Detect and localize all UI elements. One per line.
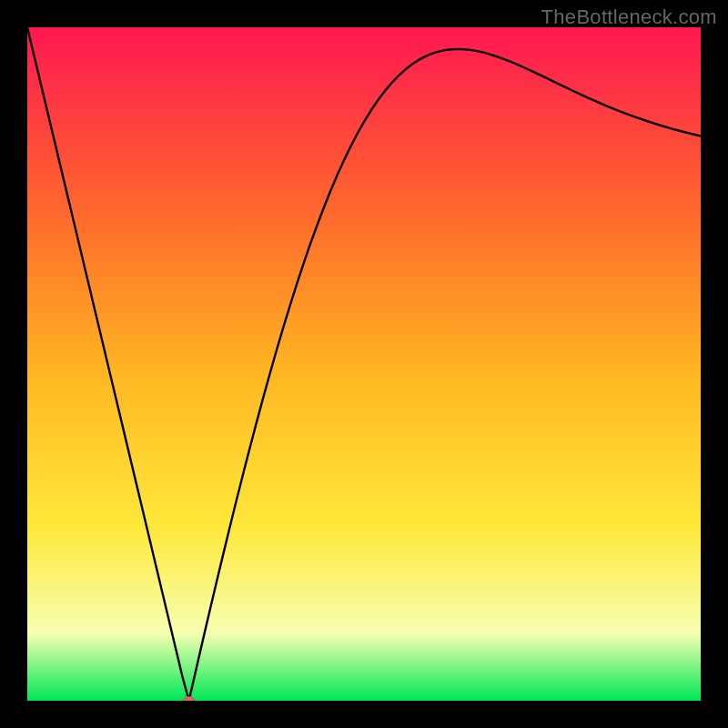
- chart-svg: [27, 27, 701, 701]
- plot-area: [27, 27, 701, 701]
- watermark-text: TheBottleneck.com: [541, 5, 717, 29]
- chart-frame: TheBottleneck.com: [0, 0, 728, 728]
- gradient-background: [27, 27, 701, 701]
